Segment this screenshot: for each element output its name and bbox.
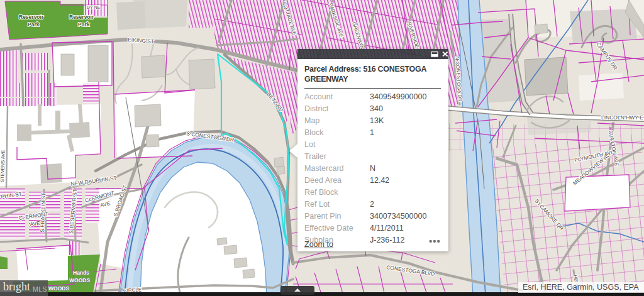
svg-text:Reservoir: Reservoir (69, 14, 94, 20)
svg-text:WOODS: WOODS (69, 277, 90, 283)
svg-text:LINCOLN HWY E: LINCOLN HWY E (601, 114, 643, 121)
svg-text:DY NE: DY NE (87, 5, 101, 9)
svg-text:Reservoir: Reservoir (19, 14, 44, 20)
svg-text:WOODS: WOODS (48, 285, 69, 292)
svg-text:Hands: Hands (73, 270, 89, 276)
svg-text:Park: Park (78, 21, 90, 28)
svg-text:Park: Park (28, 21, 40, 28)
